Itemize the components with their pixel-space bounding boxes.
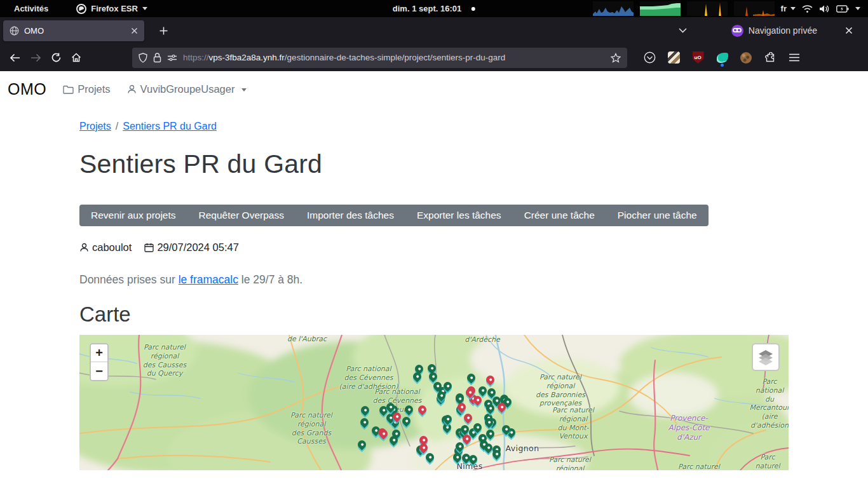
gnome-top-bar: Activités Firefox ESR dim. 1 sept. 16:01 — [0, 0, 868, 17]
layers-icon — [757, 349, 774, 365]
map-marker-green[interactable] — [424, 451, 435, 463]
breadcrumb-projects-link[interactable]: Projets — [79, 121, 111, 132]
tracking-shield-icon[interactable] — [139, 53, 147, 63]
map-heading: Carte — [79, 302, 789, 327]
back-to-projects-button[interactable]: Revenir aux projets — [79, 205, 187, 226]
person-icon — [127, 85, 137, 94]
private-browsing-label: Navigation privée — [749, 25, 817, 36]
import-tasks-button[interactable]: Importer des tâches — [295, 205, 405, 226]
teal-extension-icon[interactable] — [716, 51, 728, 64]
nav-user-dropdown[interactable]: VuvibGroupeUsager — [127, 83, 247, 95]
map-marker-green[interactable] — [400, 415, 412, 426]
framacalc-link[interactable]: le framacalc — [179, 273, 238, 286]
breadcrumb-separator: / — [116, 121, 118, 132]
system-menu-chevron-icon[interactable] — [855, 7, 860, 10]
privacy-badger-icon[interactable] — [668, 51, 680, 64]
create-task-button[interactable]: Créer une tâche — [513, 205, 606, 226]
private-mask-icon — [731, 25, 743, 37]
calendar-icon — [144, 243, 154, 252]
tab-bar: OMO Navigation privée — [0, 17, 868, 44]
pocket-icon[interactable] — [644, 51, 656, 64]
keyboard-layout-button[interactable]: fr — [781, 4, 796, 13]
memory-graph[interactable] — [640, 1, 681, 16]
menu-hamburger-icon[interactable] — [788, 51, 800, 64]
chevron-down-icon — [790, 7, 796, 10]
folder-icon — [63, 85, 74, 94]
back-button[interactable] — [5, 48, 25, 67]
new-tab-button[interactable] — [153, 21, 173, 40]
notification-dot-icon — [471, 7, 475, 11]
project-meta: caboulot 29/07/2024 05:47 — [79, 241, 789, 254]
nav-projects-link[interactable]: Projets — [63, 83, 110, 95]
tab-close-icon[interactable] — [131, 27, 138, 34]
map-marker-red[interactable] — [462, 412, 473, 423]
globe-icon — [10, 26, 19, 36]
pick-task-button[interactable]: Piocher une tâche — [606, 205, 709, 226]
url-scheme: https:// — [183, 53, 209, 62]
clock-button[interactable]: dim. 1 sept. 16:01 — [393, 4, 475, 13]
site-navbar: OMO Projets VuvibGroupeUsager — [0, 71, 868, 107]
disk-graph[interactable] — [734, 1, 775, 16]
activities-button[interactable]: Activités — [9, 4, 53, 13]
private-browsing-indicator: Navigation privée — [731, 25, 817, 37]
app-menu-label: Firefox ESR — [91, 4, 138, 13]
tab-title: OMO — [24, 26, 126, 36]
lock-icon[interactable] — [153, 53, 161, 63]
browser-toolbar: https://vps-3fba2a8a.ynh.fr/gestionnaire… — [0, 44, 868, 71]
list-all-tabs-button[interactable] — [673, 21, 693, 40]
map-marker-green[interactable] — [356, 438, 367, 450]
author-name: caboulot — [92, 241, 132, 254]
cpu-graph[interactable] — [593, 1, 634, 16]
keyboard-layout-label: fr — [781, 4, 787, 13]
ublock-origin-icon[interactable]: uO — [692, 51, 704, 64]
reload-button[interactable] — [46, 48, 66, 67]
nav-user-label: VuvibGroupeUsager — [140, 83, 235, 95]
map-marker-red[interactable] — [484, 374, 496, 385]
network-graph[interactable] — [687, 1, 728, 16]
person-icon — [79, 243, 89, 252]
chevron-down-icon — [241, 88, 247, 92]
ublock-letters: uO — [693, 51, 704, 64]
breadcrumb: Projets/Sentiers PR du Gard — [79, 121, 789, 132]
nav-projects-label: Projets — [78, 83, 110, 95]
app-menu-button[interactable]: Firefox ESR — [76, 4, 147, 14]
firefox-icon — [76, 4, 86, 14]
site-brand[interactable]: OMO — [8, 80, 46, 98]
bookmark-star-icon[interactable] — [611, 53, 621, 63]
permissions-icon[interactable] — [167, 54, 177, 62]
wifi-icon[interactable] — [802, 4, 813, 13]
map-marker-green[interactable] — [403, 403, 414, 415]
forward-button[interactable] — [25, 48, 46, 67]
home-button[interactable] — [66, 48, 86, 67]
zoom-out-button[interactable]: − — [91, 362, 107, 380]
url-path: /gestionnaire-de-taches-simple/project/s… — [285, 53, 505, 62]
chevron-down-icon — [142, 7, 147, 10]
map-marker-green[interactable] — [359, 404, 370, 416]
breadcrumb-current-link[interactable]: Sentiers PR du Gard — [123, 121, 217, 132]
description-prefix: Données prises sur — [79, 273, 179, 286]
window-close-button[interactable] — [839, 21, 859, 40]
clock-label: dim. 1 sept. 16:01 — [393, 4, 461, 13]
export-tasks-button[interactable]: Exporter les tâches — [405, 205, 513, 226]
screen: Activités Firefox ESR dim. 1 sept. 16:01 — [0, 0, 868, 488]
map-marker-green[interactable] — [477, 384, 488, 396]
url-bar[interactable]: https://vps-3fba2a8a.ynh.fr/gestionnaire… — [132, 48, 627, 68]
creation-date: 29/07/2024 05:47 — [157, 241, 238, 254]
map-marker-green[interactable] — [358, 416, 370, 428]
map-layers-control[interactable] — [752, 343, 780, 371]
tab-omo[interactable]: OMO — [3, 20, 144, 41]
map-marker-green[interactable] — [465, 372, 477, 383]
page-title: Sentiers PR du Gard — [79, 149, 789, 179]
volume-icon[interactable] — [819, 4, 830, 13]
cookie-extension-icon[interactable] — [740, 52, 752, 64]
project-description: Données prises sur le framacalc le 29/7 … — [79, 273, 789, 287]
zoom-in-button[interactable]: + — [91, 344, 107, 362]
action-button-bar: Revenir aux projets Requêter Overpass Im… — [79, 205, 709, 226]
map-canvas[interactable]: de l'AubracParc naturel régional des Cau… — [79, 335, 789, 470]
extensions-puzzle-icon[interactable] — [764, 51, 776, 64]
map-markers-layer — [79, 335, 789, 470]
map-marker-red[interactable] — [416, 403, 428, 415]
overpass-query-button[interactable]: Requêter Overpass — [187, 205, 295, 226]
battery-icon[interactable] — [836, 5, 849, 13]
map-marker-green[interactable] — [427, 370, 438, 382]
